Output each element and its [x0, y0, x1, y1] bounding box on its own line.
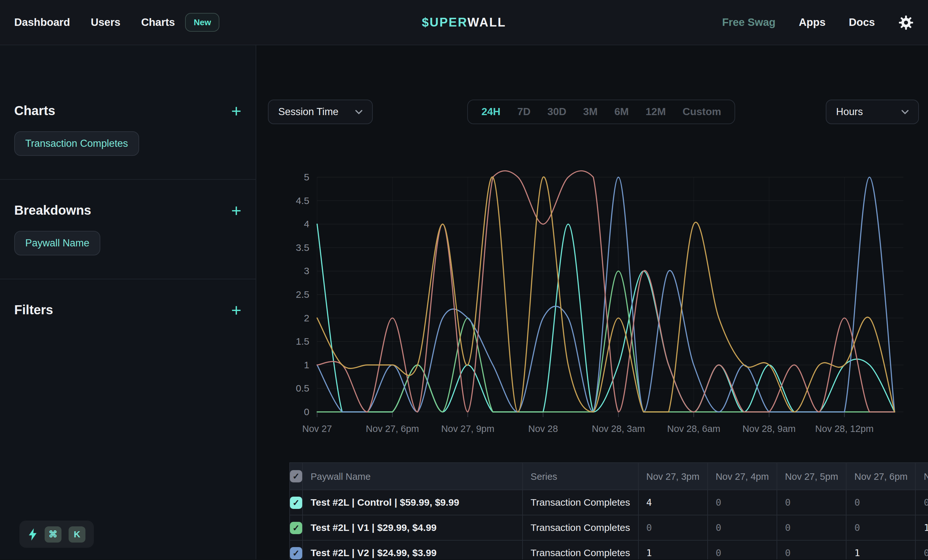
series-cell-td: Transaction Completes [523, 515, 638, 540]
value-cell: 0 [708, 515, 777, 540]
value-cell: 0 [638, 515, 707, 540]
x-axis-label: Nov 28, 6am [667, 423, 720, 434]
value: 0 [785, 548, 791, 558]
section-title: Breakdowns [14, 203, 91, 218]
table-row[interactable]: ✓Test #2L | Control | $59.99, $9.99Trans… [290, 490, 928, 515]
logo-accent: $UPER [422, 15, 467, 29]
table-row[interactable]: ✓Test #2L | V2 | $24.99, $3.99Transactio… [290, 540, 928, 559]
value: 0 [785, 497, 791, 508]
value-cell: 0 [708, 490, 777, 515]
value-cell: 1 [846, 540, 916, 559]
range-30d[interactable]: 30D [539, 106, 575, 118]
paywall-name: Test #2L | V2 | $24.99, $3.99 [311, 547, 437, 558]
app: DashboardUsersChartsNew $UPERWALL Free S… [0, 0, 928, 560]
main-content: Session Time 24H7D30D3M6M12MCustom Hours… [256, 45, 928, 559]
value-cell: 0 [777, 490, 846, 515]
sidebar: Charts+Transaction CompletesBreakdowns+P… [0, 45, 256, 559]
logo-rest: WALL [467, 15, 507, 29]
y-axis-label: 0 [304, 406, 309, 417]
chip-transaction-completes[interactable]: Transaction Completes [14, 131, 139, 156]
page-body: Charts+Transaction CompletesBreakdowns+P… [0, 45, 928, 559]
row-checkbox[interactable]: ✓ [290, 496, 302, 508]
x-axis-label: Nov 27, 9pm [441, 423, 494, 434]
command-palette-shortcut[interactable]: ⌘ K [20, 520, 94, 548]
range-6m[interactable]: 6M [606, 106, 637, 118]
paywall-name-cell: Test #2L | Control | $59.99, $9.99 [302, 490, 523, 515]
range-12m[interactable]: 12M [637, 106, 674, 118]
table-row[interactable]: ✓Test #2L | V1 | $29.99, $4.99Transactio… [290, 515, 928, 540]
y-axis-label: 2 [304, 313, 309, 323]
value: 0 [924, 497, 928, 508]
section-title: Filters [14, 303, 53, 318]
top-nav: DashboardUsersChartsNew $UPERWALL Free S… [0, 0, 928, 45]
metric-select-value: Session Time [278, 106, 339, 118]
nav-item-dashboard[interactable]: Dashboard [14, 16, 70, 29]
section-header: Breakdowns+ [14, 203, 241, 218]
range-3m[interactable]: 3M [575, 106, 606, 118]
section-title: Charts [14, 103, 55, 118]
series-cell-td: Transaction Completes [523, 540, 638, 559]
x-axis-label: Nov 28 [528, 423, 558, 434]
y-axis-label: 0.5 [296, 383, 309, 394]
column-header-nov-27-3pm: Nov 27, 3pm [638, 463, 707, 490]
nav-item-users[interactable]: Users [91, 16, 121, 29]
column-header-series: Series [523, 463, 638, 490]
nav-link-free-swag[interactable]: Free Swag [722, 16, 775, 29]
row-checkbox[interactable]: ✓ [290, 522, 302, 534]
line-chart[interactable]: 54.543.532.521.510.50Nov 27Nov 27, 6pmNo… [281, 142, 928, 440]
new-badge: New [185, 13, 219, 32]
y-axis-label: 3 [304, 265, 309, 276]
value-cell: 4 [638, 490, 707, 515]
value: 0 [855, 497, 860, 508]
section-header: Charts+ [14, 103, 241, 118]
cmd-key: ⌘ [45, 526, 61, 542]
nav-item-charts[interactable]: Charts [141, 16, 175, 29]
x-axis-label: Nov 27 [302, 423, 332, 434]
plus-icon[interactable]: + [231, 204, 241, 217]
value: 0 [646, 522, 652, 533]
value-cell: 0 [708, 540, 777, 559]
chip-paywall-name[interactable]: Paywall Name [14, 231, 100, 256]
nav-link-docs[interactable]: Docs [849, 16, 875, 29]
y-axis-label: 4.5 [296, 195, 309, 206]
column-header-nov-27-5pm: Nov 27, 5pm [777, 463, 846, 490]
time-range-selector: 24H7D30D3M6M12MCustom [467, 100, 736, 124]
y-axis-label: 1 [304, 359, 309, 370]
paywall-name: Test #2L | V1 | $29.99, $4.99 [311, 522, 437, 533]
value-cell: 0 [777, 540, 846, 559]
row-checkbox-cell: ✓ [290, 515, 302, 540]
chevron-down-icon [355, 110, 362, 114]
column-header-paywall-name: Paywall Name [302, 463, 523, 490]
gear-icon[interactable] [898, 15, 914, 30]
value: 1 [855, 548, 860, 558]
value: 0 [716, 548, 721, 558]
value: 1 [646, 548, 652, 558]
x-axis-label: Nov 28, 3am [592, 423, 645, 434]
plus-icon[interactable]: + [231, 304, 241, 317]
plus-icon[interactable]: + [231, 104, 241, 117]
value-cell: 0 [846, 490, 916, 515]
select-all-checkbox[interactable]: ✓ [290, 470, 302, 482]
y-axis-label: 3.5 [296, 242, 309, 253]
value: 0 [716, 522, 721, 533]
row-checkbox[interactable]: ✓ [290, 547, 302, 559]
nav-link-apps[interactable]: Apps [799, 16, 826, 29]
row-checkbox-cell: ✓ [290, 540, 302, 559]
range-7d[interactable]: 7D [509, 106, 539, 118]
value: 0 [855, 522, 860, 533]
paywall-name-cell: Test #2L | V1 | $29.99, $4.99 [302, 515, 523, 540]
value: 0 [785, 522, 791, 533]
section-header: Filters+ [14, 303, 241, 318]
sidebar-section-charts: Charts+Transaction Completes [0, 45, 256, 156]
series-cell-td: Transaction Completes [523, 490, 638, 515]
y-axis-label: 1.5 [296, 336, 309, 347]
unit-select[interactable]: Hours [826, 100, 919, 124]
value-cell: 1 [916, 515, 928, 540]
range-custom[interactable]: Custom [674, 106, 730, 118]
series-name: Transaction Completes [531, 522, 630, 533]
metric-select[interactable]: Session Time [268, 100, 373, 124]
k-key: K [69, 526, 85, 542]
range-24h[interactable]: 24H [473, 106, 509, 118]
series-name: Transaction Completes [531, 497, 630, 508]
y-axis-label: 2.5 [296, 289, 309, 300]
